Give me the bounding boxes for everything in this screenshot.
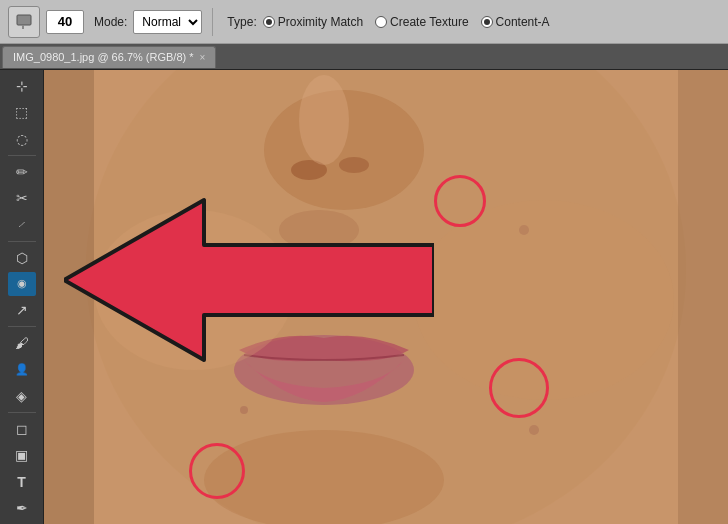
tool-separator-4 (8, 412, 36, 413)
toolbar-separator (212, 8, 213, 36)
tab-label: IMG_0980_1.jpg @ 66.7% (RGB/8) * (13, 51, 194, 63)
tool-type[interactable]: T (8, 469, 36, 493)
svg-point-11 (414, 200, 674, 400)
radio-texture-circle (375, 16, 387, 28)
svg-point-7 (299, 75, 349, 165)
tool-ellipse-marquee[interactable]: ◌ (8, 127, 36, 151)
face-image (44, 70, 728, 524)
svg-point-6 (339, 157, 369, 173)
svg-point-14 (519, 225, 529, 235)
svg-rect-16 (44, 70, 94, 524)
tab-bar: IMG_0980_1.jpg @ 66.7% (RGB/8) * × (0, 44, 728, 70)
radio-proximity-circle (263, 16, 275, 28)
tool-slice[interactable]: ⟋ (8, 212, 36, 236)
tool-crop[interactable]: ✂ (8, 186, 36, 210)
tool-line[interactable]: ↗ (8, 298, 36, 322)
type-radio-group: Proximity Match Create Texture Content-A (263, 15, 550, 29)
tool-rectangle[interactable]: ▣ (8, 443, 36, 467)
svg-rect-17 (678, 70, 728, 524)
image-tab[interactable]: IMG_0980_1.jpg @ 66.7% (RGB/8) * × (2, 46, 216, 68)
radio-proximity[interactable]: Proximity Match (263, 15, 363, 29)
tool-rect-marquee[interactable]: ⬚ (8, 100, 36, 124)
svg-point-13 (240, 406, 248, 414)
svg-point-15 (529, 425, 539, 435)
tool-spot-heal[interactable]: ◉ (8, 272, 36, 296)
radio-create-texture[interactable]: Create Texture (375, 15, 469, 29)
tool-separator-3 (8, 326, 36, 327)
tool-pen[interactable]: ✒ (8, 496, 36, 520)
radio-content-aware[interactable]: Content-A (481, 15, 550, 29)
tool-separator-2 (8, 241, 36, 242)
tool-pencil[interactable]: ✏ (8, 160, 36, 184)
tool-patch[interactable]: ⬡ (8, 245, 36, 269)
mode-label: Mode: (94, 15, 127, 29)
radio-content-label: Content-A (496, 15, 550, 29)
radio-proximity-label: Proximity Match (278, 15, 363, 29)
radio-texture-label: Create Texture (390, 15, 469, 29)
tab-close-button[interactable]: × (200, 52, 206, 63)
tool-history[interactable]: ◈ (8, 384, 36, 408)
tool-clone[interactable]: 👤 (8, 357, 36, 381)
svg-rect-0 (17, 15, 31, 25)
tool-brush[interactable]: 🖌 (8, 331, 36, 355)
tool-gradient[interactable]: ◻ (8, 417, 36, 441)
tool-selection[interactable]: ⊹ (8, 74, 36, 98)
svg-point-10 (94, 210, 294, 370)
type-label: Type: (227, 15, 256, 29)
brush-size-box[interactable]: 40 (46, 10, 84, 34)
mode-select[interactable]: Normal (133, 10, 202, 34)
tool-separator-1 (8, 155, 36, 156)
left-toolbar: ⊹ ⬚ ◌ ✏ ✂ ⟋ ⬡ ◉ ↗ 🖌 👤 ◈ ◻ ▣ T ✒ (0, 70, 44, 524)
canvas-area[interactable] (44, 70, 728, 524)
top-toolbar: 40 Mode: Normal Type: Proximity Match Cr… (0, 0, 728, 44)
radio-content-circle (481, 16, 493, 28)
svg-point-12 (279, 210, 359, 250)
main-area: ⊹ ⬚ ◌ ✏ ✂ ⟋ ⬡ ◉ ↗ 🖌 👤 ◈ ◻ ▣ T ✒ (0, 70, 728, 524)
tool-brush-icon[interactable] (8, 6, 40, 38)
